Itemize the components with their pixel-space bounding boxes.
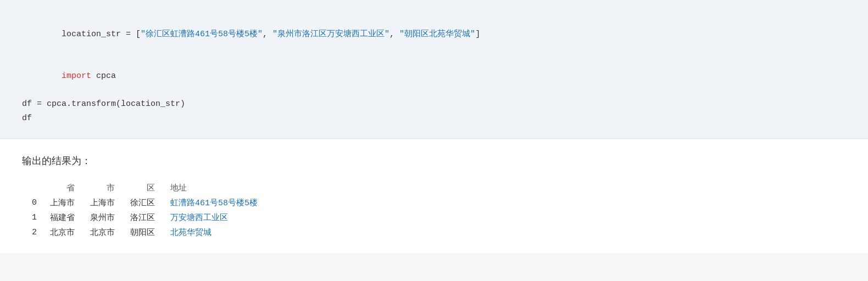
code-comma-2: , — [390, 30, 399, 39]
cell-index-0: 0 — [27, 195, 46, 210]
code-import-keyword: import — [62, 71, 91, 81]
code-line-2: import cpca — [22, 55, 846, 98]
col-header-address: 地址 — [166, 181, 269, 195]
code-string-1: "徐汇区虹漕路461号58号楼5楼" — [141, 30, 263, 39]
cell-address-2: 北苑华贸城 — [166, 225, 269, 240]
table-row: 2 北京市 北京市 朝阳区 北苑华贸城 — [27, 225, 269, 240]
code-var: location_str = [ — [62, 30, 141, 39]
code-string-2: "泉州市洛江区万安塘西工业区" — [272, 30, 390, 39]
cell-district-1: 洛江区 — [126, 210, 166, 225]
cell-index-2: 2 — [27, 225, 46, 240]
code-comma-1: , — [263, 30, 272, 39]
cell-address-1: 万安塘西工业区 — [166, 210, 269, 225]
cell-province-2: 北京市 — [46, 225, 86, 240]
page-container: location_str = ["徐汇区虹漕路461号58号楼5楼", "泉州市… — [0, 0, 868, 281]
cell-index-1: 1 — [27, 210, 46, 225]
code-bracket-close: ] — [475, 30, 480, 39]
cell-district-2: 朝阳区 — [126, 225, 166, 240]
code-line-3: df = cpca.transform(location_str) — [22, 97, 846, 111]
cell-province-1: 福建省 — [46, 210, 86, 225]
cell-province-0: 上海市 — [46, 195, 86, 210]
code-line-1: location_str = ["徐汇区虹漕路461号58号楼5楼", "泉州市… — [22, 13, 846, 55]
col-header-district: 区 — [126, 181, 166, 195]
table-header-row: 省 市 区 地址 — [27, 181, 269, 195]
col-header-province: 省 — [46, 181, 86, 195]
col-header-index — [27, 181, 46, 195]
table-row: 1 福建省 泉州市 洛江区 万安塘西工业区 — [27, 210, 269, 225]
code-line-4: df — [22, 111, 846, 126]
code-section: location_str = ["徐汇区虹漕路461号58号楼5楼", "泉州市… — [0, 0, 868, 139]
col-header-city: 市 — [86, 181, 126, 195]
code-string-3: "朝阳区北苑华贸城" — [399, 30, 475, 39]
cell-city-0: 上海市 — [86, 195, 126, 210]
code-block: location_str = ["徐汇区虹漕路461号58号楼5楼", "泉州市… — [22, 13, 846, 125]
code-cpca: cpca — [96, 71, 116, 81]
output-section: 输出的结果为： 省 市 区 地址 0 上海市 上海市 — [0, 139, 868, 253]
cell-city-2: 北京市 — [86, 225, 126, 240]
output-table: 省 市 区 地址 0 上海市 上海市 徐汇区 虹漕路461号58号楼5楼 — [27, 181, 269, 240]
output-label: 输出的结果为： — [22, 154, 846, 167]
cell-city-1: 泉州市 — [86, 210, 126, 225]
table-row: 0 上海市 上海市 徐汇区 虹漕路461号58号楼5楼 — [27, 195, 269, 210]
dataframe-container: 省 市 区 地址 0 上海市 上海市 徐汇区 虹漕路461号58号楼5楼 — [22, 181, 846, 240]
cell-address-0: 虹漕路461号58号楼5楼 — [166, 195, 269, 210]
code-import-module — [91, 71, 96, 81]
cell-district-0: 徐汇区 — [126, 195, 166, 210]
